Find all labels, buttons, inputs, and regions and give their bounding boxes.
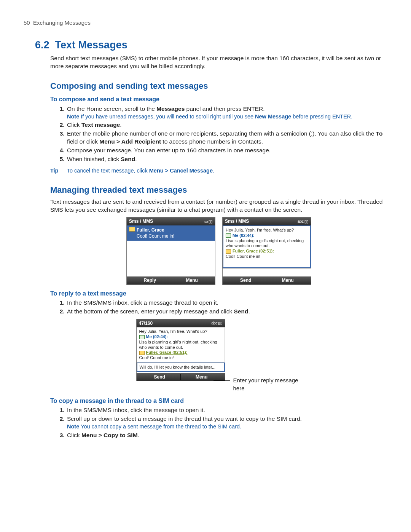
status-icons: ▭ ▯▯ — [204, 219, 213, 224]
compose-input: Will do, I'll let you know the details l… — [137, 363, 225, 372]
page-header: 50 Exchanging Messages — [24, 19, 387, 27]
phone-reply: 47/160 abc ▯▯ Hey Julia. Yeah, I'm free.… — [136, 319, 225, 381]
softkey-menu: Menu — [181, 374, 223, 380]
envelope-icon — [129, 227, 135, 232]
thread-sender: Fuller, Grace — [137, 227, 212, 233]
msg-other-label: Fuller, Grace (02:51): — [226, 249, 308, 254]
softkey-send: Send — [225, 277, 267, 283]
msg-me-label: Me (02:44): — [226, 233, 308, 238]
subheading-managing: Managing threaded text messages — [50, 184, 387, 196]
softkey-reply: Reply — [129, 277, 171, 283]
phone-titlebar: Sms / MMS ▭ ▯▯ — [127, 217, 215, 225]
inbox-selected-row: Fuller, Grace Cool! Count me in! — [127, 225, 215, 241]
softkey-menu: Menu — [171, 277, 213, 283]
char-counter: 47/160 — [139, 320, 153, 326]
reply-steps: In the SMS/MMS inbox, click a message th… — [50, 299, 387, 316]
msg-me-label: Me (02:44): — [139, 334, 222, 340]
envelope-icon — [226, 249, 231, 254]
section-heading: 6.2 Text Messages — [35, 38, 387, 52]
subheading-composing: Composing and sending text messages — [50, 80, 387, 92]
step-1: On the Home screen, scroll to the Messag… — [66, 105, 387, 120]
status-icons: abc ▯▯ — [298, 219, 309, 224]
status-icons: abc ▯▯ — [211, 321, 222, 326]
msg-me-text: Lisa is planning a girl's night out, che… — [226, 238, 308, 249]
phone-softkeys: Send Menu — [137, 373, 225, 381]
reply-step-1: In the SMS/MMS inbox, click a message th… — [66, 299, 387, 307]
section-number: 6.2 — [35, 39, 49, 51]
msg-me-text: Lisa is planning a girl's night out, che… — [139, 340, 222, 350]
note-inline: NoteIf you have unread messages, you wil… — [67, 113, 387, 121]
sent-icon — [139, 335, 145, 339]
task-heading-reply: To reply to a text message — [50, 289, 387, 298]
phone-titlebar: Sms / MMS abc ▯▯ — [223, 217, 311, 225]
compose-steps: On the Home screen, scroll to the Messag… — [50, 105, 387, 163]
msg-text: Hey Julia. Yeah, I'm free. What's up? — [139, 329, 222, 334]
reply-step-2: At the bottom of the screen, enter your … — [66, 308, 387, 316]
msg-other-label: Fuller, Grace (02:51): — [139, 350, 222, 355]
task-heading-compose: To compose and send a text message — [50, 95, 387, 104]
thread-preview: Cool! Count me in! — [137, 233, 212, 239]
phone-title: Sms / MMS — [225, 218, 249, 224]
softkey-menu: Menu — [267, 277, 309, 283]
thread-body: Hey Julia. Yeah, I'm free. What's up? Me… — [223, 225, 311, 268]
step-3: Enter the mobile phone number of one or … — [66, 130, 387, 146]
phone-thread: Sms / MMS abc ▯▯ Hey Julia. Yeah, I'm fr… — [222, 217, 311, 285]
msg-other-text: Cool! Count me in! — [139, 355, 222, 361]
section-intro: Send short text messages (SMS) to other … — [50, 54, 387, 70]
page-number: 50 — [24, 19, 30, 26]
copy-step-3: Click Menu > Copy to SIM. — [66, 431, 387, 439]
screenshot-reply: 47/160 abc ▯▯ Hey Julia. Yeah, I'm free.… — [50, 319, 387, 392]
section-title: Text Messages — [55, 39, 127, 51]
msg-text: Hey Julia. Yeah, I'm free. What's up? — [226, 228, 308, 233]
envelope-icon — [139, 351, 145, 355]
step-2: Click Text message. — [66, 121, 387, 129]
compose-bar — [223, 268, 311, 276]
softkey-send: Send — [139, 374, 181, 380]
screenshots-row: Sms / MMS ▭ ▯▯ Fuller, Grace Cool! Count… — [50, 217, 387, 285]
phone-softkeys: Reply Menu — [127, 276, 215, 284]
step-4: Compose your message. You can enter up t… — [66, 147, 387, 155]
sent-icon — [226, 233, 231, 238]
copy-step-1: In the SMS/MMS inbox, click the message … — [66, 406, 387, 414]
phone-title: Sms / MMS — [129, 218, 153, 224]
phone-titlebar: 47/160 abc ▯▯ — [137, 319, 225, 327]
note-inline: NoteYou cannot copy a sent message from … — [67, 423, 387, 431]
thread-body: Hey Julia. Yeah, I'm free. What's up? Me… — [137, 327, 225, 363]
step-5: When finished, click Send. — [66, 155, 387, 163]
phone-softkeys: Send Menu — [223, 276, 311, 284]
copy-steps: In the SMS/MMS inbox, click the message … — [50, 406, 387, 439]
tip-row: Tip To cancel the text message, click Me… — [50, 167, 387, 175]
managing-intro: Text messages that are sent to and recei… — [50, 198, 387, 214]
task-heading-copy: To copy a message in the thread to a SIM… — [50, 397, 387, 405]
copy-step-2: Scroll up or down to select a message in… — [66, 415, 387, 430]
callout-label: Enter your reply message here — [230, 377, 302, 392]
chapter-title: Exchanging Messages — [33, 19, 91, 26]
phone-inbox: Sms / MMS ▭ ▯▯ Fuller, Grace Cool! Count… — [126, 217, 215, 285]
msg-other-text: Cool! Count me in! — [226, 254, 308, 259]
